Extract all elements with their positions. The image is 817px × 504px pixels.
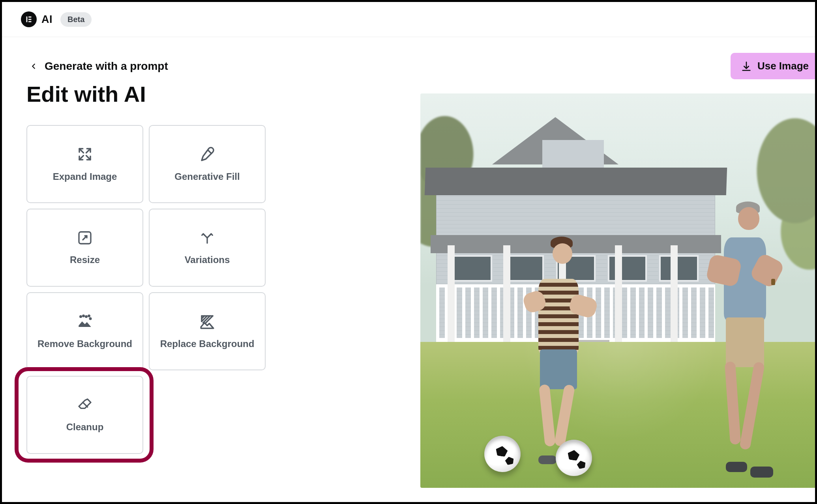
resize-icon bbox=[77, 230, 93, 246]
tool-label: Expand Image bbox=[53, 171, 117, 182]
eraser-icon bbox=[77, 397, 93, 413]
tool-generative-fill[interactable]: Generative Fill bbox=[149, 125, 266, 203]
content: Generate with a prompt Edit with AI Expa… bbox=[2, 37, 815, 488]
tool-replace-background[interactable]: Replace Background bbox=[149, 292, 266, 370]
svg-point-1 bbox=[80, 316, 82, 317]
tool-remove-background[interactable]: Remove Background bbox=[26, 292, 143, 370]
use-image-button[interactable]: Use Image bbox=[731, 53, 817, 79]
svg-point-3 bbox=[86, 316, 87, 317]
beta-badge: Beta bbox=[60, 12, 92, 27]
tool-label: Replace Background bbox=[160, 338, 255, 349]
remove-bg-icon bbox=[77, 313, 93, 330]
right-panel: Use Image bbox=[420, 53, 817, 488]
tool-label: Generative Fill bbox=[174, 171, 240, 182]
tool-resize[interactable]: Resize bbox=[26, 209, 143, 287]
elementor-icon bbox=[24, 15, 33, 24]
page-title: Edit with AI bbox=[26, 81, 405, 107]
use-image-label: Use Image bbox=[757, 60, 809, 72]
tool-cleanup-wrap: Cleanup bbox=[26, 376, 143, 454]
brush-icon bbox=[199, 146, 215, 162]
brand-text: AI bbox=[41, 13, 52, 26]
preview-image bbox=[420, 93, 817, 488]
tool-label: Variations bbox=[185, 254, 230, 265]
expand-icon bbox=[77, 146, 93, 162]
tool-cleanup[interactable]: Cleanup bbox=[26, 376, 143, 454]
tool-variations[interactable]: Variations bbox=[149, 209, 266, 287]
tool-label: Cleanup bbox=[66, 422, 104, 433]
chevron-left-icon bbox=[28, 61, 39, 72]
download-icon bbox=[741, 61, 752, 72]
svg-point-5 bbox=[90, 318, 91, 319]
top-bar: AI Beta bbox=[2, 2, 815, 37]
brand-logo bbox=[21, 11, 37, 27]
svg-point-4 bbox=[88, 315, 90, 317]
svg-point-2 bbox=[83, 315, 84, 317]
tool-label: Resize bbox=[70, 254, 100, 265]
left-panel: Generate with a prompt Edit with AI Expa… bbox=[18, 53, 405, 488]
back-to-prompt[interactable]: Generate with a prompt bbox=[28, 60, 405, 73]
variations-icon bbox=[199, 230, 215, 246]
tool-grid: Expand Image Generative Fill Resize Vari… bbox=[26, 125, 405, 454]
replace-bg-icon bbox=[199, 313, 215, 330]
back-label: Generate with a prompt bbox=[45, 60, 168, 73]
tool-expand-image[interactable]: Expand Image bbox=[26, 125, 143, 203]
tool-label: Remove Background bbox=[37, 338, 132, 349]
